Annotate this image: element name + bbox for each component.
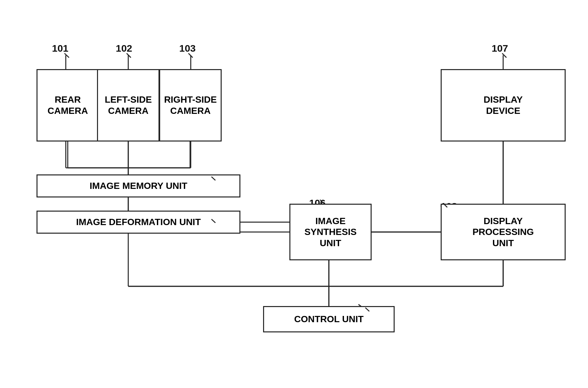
label-103: 103 (179, 43, 196, 54)
box-display-device: DISPLAYDEVICE (441, 69, 566, 142)
image-memory-label: IMAGE MEMORY UNIT (89, 180, 187, 192)
label-101: 101 (52, 43, 68, 54)
box-rear-camera: REARCAMERA (37, 69, 99, 142)
box-left-camera: LEFT-SIDECAMERA (97, 69, 159, 142)
box-control-unit: CONTROL UNIT (263, 306, 395, 332)
rear-camera-label: REARCAMERA (48, 94, 88, 116)
display-device-label: DISPLAYDEVICE (484, 94, 523, 116)
box-image-deformation: IMAGE DEFORMATION UNIT (37, 211, 240, 234)
control-unit-label: CONTROL UNIT (294, 314, 363, 325)
box-image-synthesis: IMAGESYNTHESISUNIT (289, 204, 372, 260)
box-right-camera: RIGHT-SIDECAMERA (159, 69, 222, 142)
image-deformation-label: IMAGE DEFORMATION UNIT (76, 217, 201, 228)
box-display-processing: DISPLAYPROCESSINGUNIT (441, 204, 566, 260)
label-107: 107 (492, 43, 508, 54)
left-camera-label: LEFT-SIDECAMERA (105, 94, 152, 116)
right-camera-label: RIGHT-SIDECAMERA (164, 94, 217, 116)
box-image-memory: IMAGE MEMORY UNIT (37, 174, 240, 197)
label-102: 102 (116, 43, 132, 54)
image-synthesis-label: IMAGESYNTHESISUNIT (305, 216, 357, 249)
display-processing-label: DISPLAYPROCESSINGUNIT (473, 216, 534, 249)
